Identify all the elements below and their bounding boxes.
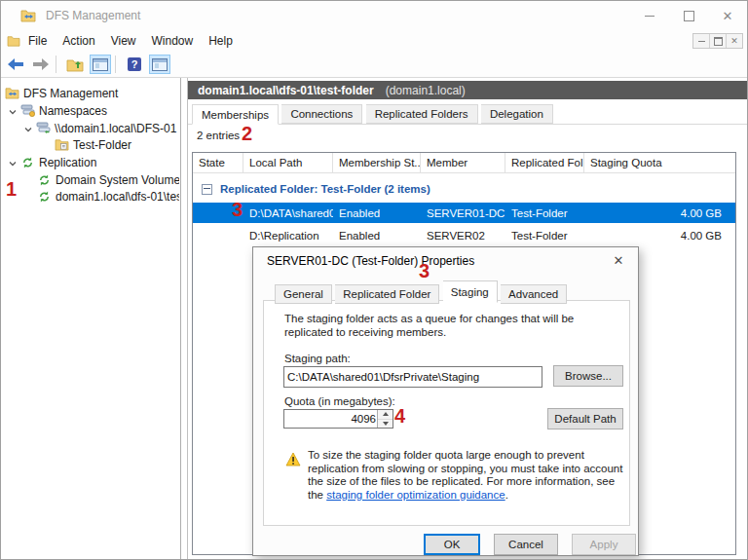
tree-item-label: DFS Management xyxy=(23,87,118,100)
menu-file[interactable]: File xyxy=(20,31,55,51)
dialog-tab-general[interactable]: General xyxy=(275,284,332,304)
properties-dialog: SERVER01-DC (Test-Folder) Properties ✕ G… xyxy=(252,246,639,556)
cell-membership-state: Enabled xyxy=(333,207,421,219)
tree-item-dfs-management[interactable]: DFS Management xyxy=(5,85,118,101)
column-header-staging-quota[interactable]: Staging Quota xyxy=(584,153,735,172)
folder-target-icon xyxy=(55,138,69,152)
tab-memberships[interactable]: Memberships xyxy=(192,104,279,125)
dialog-title: SERVER01-DC (Test-Folder) Properties xyxy=(267,254,474,268)
child-window-controls: ✕ xyxy=(692,33,743,49)
ok-button[interactable]: OK xyxy=(424,534,480,555)
browse-button[interactable]: Browse... xyxy=(553,365,623,387)
console-root-icon xyxy=(5,87,19,100)
namespaces-icon xyxy=(20,104,35,118)
chevron-down-icon[interactable] xyxy=(8,106,18,116)
tree-item-replication-group[interactable]: domain1.local\dfs-01\test-folder xyxy=(37,188,179,205)
spinner-up-icon[interactable] xyxy=(378,410,393,419)
menu-bar: File Action View Window Help ✕ xyxy=(1,30,747,52)
chevron-down-icon[interactable] xyxy=(23,124,33,133)
column-header-replicated-folder[interactable]: Replicated Fol... xyxy=(505,153,584,172)
tab-replicated-folders[interactable]: Replicated Folders xyxy=(366,104,478,124)
tree-item-label: \\domain1.local\DFS-01 xyxy=(55,122,176,135)
dialog-tab-advanced[interactable]: Advanced xyxy=(501,284,567,304)
tab-connections[interactable]: Connections xyxy=(281,104,362,124)
collapse-icon[interactable] xyxy=(202,184,212,195)
cell-local-path: D:\Replication xyxy=(243,230,333,242)
close-icon[interactable]: ✕ xyxy=(708,1,747,30)
content-title: domain1.local\dfs-01\test-folder xyxy=(198,84,374,97)
menu-help[interactable]: Help xyxy=(201,31,241,51)
cell-replicated-folder: Test-Folder xyxy=(505,230,584,242)
content-scope: (domain1.local) xyxy=(386,84,466,97)
column-header-state[interactable]: State xyxy=(193,153,243,172)
forward-icon[interactable] xyxy=(30,55,52,74)
column-header-local-path[interactable]: Local Path xyxy=(243,153,333,172)
toolbar-separator xyxy=(56,56,56,73)
content-header-bar: domain1.local\dfs-01\test-folder (domain… xyxy=(188,81,747,99)
app-icon xyxy=(20,9,36,22)
dialog-tab-staging[interactable]: Staging xyxy=(443,280,498,303)
apply-button: Apply xyxy=(572,534,636,555)
group-label: Replicated Folder: Test-Folder (2 items) xyxy=(220,183,430,195)
tree-item-label: Namespaces xyxy=(39,104,107,118)
child-restore-icon[interactable] xyxy=(709,34,726,48)
help-icon[interactable]: ? xyxy=(124,55,145,74)
tree-item-label: Test-Folder xyxy=(73,138,131,152)
maximize-icon[interactable] xyxy=(669,1,708,30)
toolbar-separator xyxy=(115,56,116,73)
tree-item-label: Replication xyxy=(39,156,96,169)
show-console-tree-icon[interactable] xyxy=(90,55,111,74)
annotation-3-row: 3 xyxy=(232,199,243,221)
staging-description: The staging folder acts as a queue for c… xyxy=(284,312,612,339)
staging-warning-text: To size the staging folder quota large e… xyxy=(308,449,623,502)
annotation-3-tab: 3 xyxy=(419,260,430,282)
dialog-tab-replicated-folder[interactable]: Replicated Folder xyxy=(335,284,439,304)
annotation-4: 4 xyxy=(394,405,405,428)
spinner-down-icon[interactable] xyxy=(378,419,393,429)
content-tab-strip: Memberships Connections Replicated Folde… xyxy=(188,102,747,125)
tree-item-label: Domain System Volume xyxy=(56,173,179,187)
tab-delegation[interactable]: Delegation xyxy=(481,104,553,124)
staging-path-label: Staging path: xyxy=(284,353,351,364)
warning-text-suffix: . xyxy=(505,489,508,501)
column-header-membership-state[interactable]: Membership St... xyxy=(333,153,421,172)
dfs-management-window: DFS Management ✕ File Action View Window… xyxy=(0,0,748,560)
console-tree-panel: DFS Management Namespaces \\domain1.loca… xyxy=(1,78,181,559)
cell-local-path: D:\DATA\shared01 xyxy=(243,207,333,219)
tree-item-domain-system-volume[interactable]: Domain System Volume xyxy=(37,171,179,188)
quota-input[interactable] xyxy=(284,410,378,428)
tree-item-replication[interactable]: Replication xyxy=(8,154,96,170)
back-icon[interactable] xyxy=(5,55,26,74)
console-window-icon xyxy=(7,35,20,47)
replication-group-icon xyxy=(37,173,52,187)
menu-window[interactable]: Window xyxy=(144,31,202,51)
table-row[interactable]: D:\DATA\shared01 Enabled SERVER01-DC Tes… xyxy=(193,203,735,223)
replication-icon xyxy=(20,156,35,169)
child-close-icon[interactable]: ✕ xyxy=(726,34,742,48)
namespace-icon xyxy=(36,122,51,135)
cell-membership-state: Enabled xyxy=(333,230,421,242)
minimize-icon[interactable] xyxy=(630,1,669,30)
tree-item-namespace-server[interactable]: \\domain1.local\DFS-01 xyxy=(23,120,179,136)
group-header-row[interactable]: Replicated Folder: Test-Folder (2 items) xyxy=(193,178,735,200)
cell-member: SERVER02 xyxy=(421,230,505,242)
show-action-pane-icon[interactable] xyxy=(149,55,170,74)
menu-action[interactable]: Action xyxy=(55,31,102,51)
window-title: DFS Management xyxy=(46,9,140,22)
tree-item-namespaces[interactable]: Namespaces xyxy=(8,102,107,119)
toolbar: ? xyxy=(1,52,747,78)
column-header-member[interactable]: Member xyxy=(421,153,505,172)
tree-item-test-folder[interactable]: Test-Folder xyxy=(55,136,131,153)
child-minimize-icon[interactable] xyxy=(693,34,709,48)
menu-view[interactable]: View xyxy=(103,31,144,51)
export-list-icon[interactable] xyxy=(64,55,86,74)
default-path-button[interactable]: Default Path xyxy=(547,408,623,429)
cancel-button[interactable]: Cancel xyxy=(494,534,558,555)
list-header-row: State Local Path Membership St... Member… xyxy=(193,153,735,173)
staging-guidance-link[interactable]: staging folder optimization guidance xyxy=(326,489,505,501)
quota-spinner xyxy=(283,409,393,429)
dialog-close-icon[interactable]: ✕ xyxy=(609,251,628,269)
chevron-down-icon[interactable] xyxy=(8,158,18,168)
table-row[interactable]: D:\Replication Enabled SERVER02 Test-Fol… xyxy=(193,225,735,245)
staging-path-input[interactable] xyxy=(283,366,542,388)
